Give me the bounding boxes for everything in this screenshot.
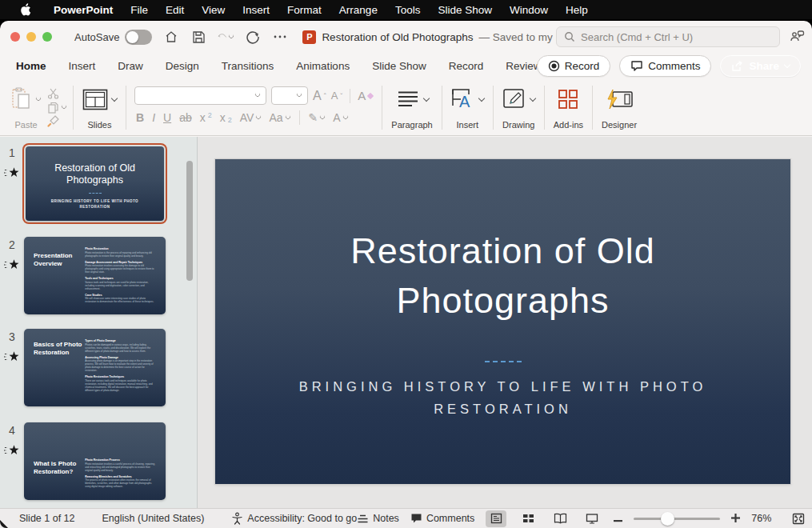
zoom-window-button[interactable] (42, 32, 52, 42)
tab-home[interactable]: Home (5, 55, 58, 78)
slide-thumbnail-1[interactable]: Restoration of Old PhotographsBRINGING H… (24, 145, 166, 222)
font-size-select[interactable] (271, 86, 308, 105)
menu-item-arrange[interactable]: Arrange (330, 4, 386, 16)
slide-counter[interactable]: Slide 1 of 12 (19, 513, 75, 524)
slide-thumbnail-4[interactable]: What is Photo Restoration?Photo Restorat… (24, 422, 166, 500)
change-case-button[interactable]: Aa (267, 111, 291, 124)
presence-button[interactable] (788, 28, 806, 49)
slide-subtitle[interactable]: BRINGING HISTORY TO LIFE WITH PHOTO REST… (215, 375, 790, 420)
reading-view-button[interactable] (550, 510, 570, 527)
tab-record[interactable]: Record (438, 55, 495, 78)
autosave-toggle[interactable] (125, 30, 152, 45)
font-group: Aˆ Aˇ A BIUabx2x2AVAa✎A (128, 80, 380, 135)
strikethrough-button[interactable]: ab (178, 111, 194, 124)
tab-design[interactable]: Design (154, 55, 210, 78)
paragraph-chevron-icon[interactable] (422, 94, 429, 101)
accessibility-status[interactable]: Accessibility: Good to go (231, 512, 357, 525)
zoom-level[interactable]: 76% (751, 513, 777, 524)
minimize-window-button[interactable] (26, 32, 36, 42)
autosave-control[interactable]: AutoSave (74, 30, 152, 45)
menu-item-powerpoint[interactable]: PowerPoint (45, 4, 122, 16)
slides-chevron-icon[interactable] (111, 94, 118, 101)
thumbnail-scrollbar[interactable] (186, 161, 193, 281)
menu-item-edit[interactable]: Edit (157, 4, 193, 16)
slide-thumbnail-3[interactable]: Basics of Photo RestorationTypes of Phot… (24, 329, 166, 406)
slide-thumbnail-2[interactable]: Presentation OverviewPhoto RestorationPh… (24, 237, 166, 314)
save-button[interactable] (190, 29, 206, 45)
animation-indicator[interactable] (4, 166, 20, 182)
menu-item-view[interactable]: View (193, 4, 234, 16)
zoom-slider[interactable] (634, 518, 720, 520)
slides-group-button[interactable]: Slides (75, 80, 124, 135)
drawing-chevron-icon[interactable] (529, 94, 535, 101)
clear-formatting-button[interactable]: A (358, 89, 374, 102)
paste-icon (11, 87, 32, 111)
insert-group-button[interactable]: A Insert (444, 80, 491, 135)
tab-slide-show[interactable]: Slide Show (361, 55, 438, 78)
eraser-icon (367, 93, 374, 99)
character-spacing-button[interactable]: AV (238, 111, 263, 124)
cut-button[interactable] (47, 87, 66, 100)
document-title[interactable]: P Restoration of Old Photographs — Saved… (302, 30, 588, 44)
zoom-slider-thumb[interactable] (661, 512, 674, 526)
zoom-out-button[interactable] (614, 511, 622, 526)
increase-font-size-button[interactable]: Aˆ (313, 89, 326, 103)
share-button[interactable]: Share (720, 55, 801, 77)
underline-button[interactable]: U (162, 111, 173, 124)
menu-item-help[interactable]: Help (557, 4, 597, 16)
redo-icon (246, 30, 260, 44)
more-commands-button[interactable] (272, 29, 288, 45)
paragraph-group-button[interactable]: Paragraph (384, 80, 439, 135)
undo-button[interactable] (218, 29, 234, 45)
tab-insert[interactable]: Insert (58, 55, 107, 78)
close-window-button[interactable] (10, 32, 20, 42)
paste-button[interactable]: Paste (11, 86, 41, 132)
undo-menu-chevron-icon[interactable] (228, 32, 234, 38)
menu-item-format[interactable]: Format (278, 4, 330, 16)
slide-sorter-view-button[interactable] (518, 510, 538, 527)
zoom-in-button[interactable] (731, 511, 740, 526)
normal-view-button[interactable] (486, 510, 506, 527)
insert-chevron-icon[interactable] (478, 94, 484, 101)
superscript-button[interactable]: x2 (198, 111, 214, 124)
thumb-title: What is Photo Restoration? (34, 433, 85, 490)
home-button[interactable] (163, 29, 179, 45)
tab-draw[interactable]: Draw (106, 55, 154, 78)
bold-button[interactable]: B (134, 111, 146, 124)
menu-item-tools[interactable]: Tools (386, 4, 430, 16)
designer-button[interactable]: Designer (594, 80, 644, 135)
animation-indicator[interactable] (4, 258, 20, 274)
slide-canvas[interactable]: Restoration of Old Photographs BRINGING … (215, 159, 790, 484)
subscript-button[interactable]: x2 (218, 111, 234, 124)
slide-title[interactable]: Restoration of Old Photographs (215, 226, 790, 326)
menu-item-window[interactable]: Window (501, 4, 557, 16)
copy-button[interactable] (47, 101, 66, 114)
slideshow-view-button[interactable] (582, 510, 602, 527)
tab-transitions[interactable]: Transitions (210, 55, 286, 78)
ellipsis-icon (273, 34, 287, 39)
italic-button[interactable]: I (150, 111, 157, 124)
fit-slide-button[interactable] (788, 510, 809, 527)
comments-button[interactable]: Comments (619, 55, 711, 77)
drawing-group-button[interactable]: Drawing (495, 80, 542, 135)
menu-item-file[interactable]: File (122, 4, 157, 16)
format-painter-button[interactable] (47, 114, 66, 127)
add-ins-button[interactable]: Add-ins (546, 80, 590, 135)
decrease-font-size-button[interactable]: Aˇ (331, 90, 343, 102)
language-status[interactable]: English (United States) (102, 513, 205, 524)
status-comments-button[interactable]: Comments (410, 513, 474, 524)
menu-item-slide-show[interactable]: Slide Show (429, 4, 501, 16)
font-name-select[interactable] (134, 86, 266, 105)
search-input[interactable]: Search (Cmd + Ctrl + U) (556, 26, 780, 47)
menu-item-insert[interactable]: Insert (234, 4, 278, 16)
tab-animations[interactable]: Animations (285, 55, 361, 78)
text-highlight-button[interactable]: ✎ (307, 111, 327, 124)
paste-chevron-icon[interactable] (35, 94, 42, 101)
notes-button[interactable]: Notes (357, 513, 399, 524)
animation-indicator[interactable] (4, 350, 20, 366)
font-color-button[interactable]: A (331, 111, 349, 124)
record-button[interactable]: Record (537, 55, 611, 77)
animation-indicator[interactable] (4, 444, 20, 459)
redo-button[interactable] (245, 29, 261, 45)
apple-menu[interactable] (10, 3, 45, 16)
